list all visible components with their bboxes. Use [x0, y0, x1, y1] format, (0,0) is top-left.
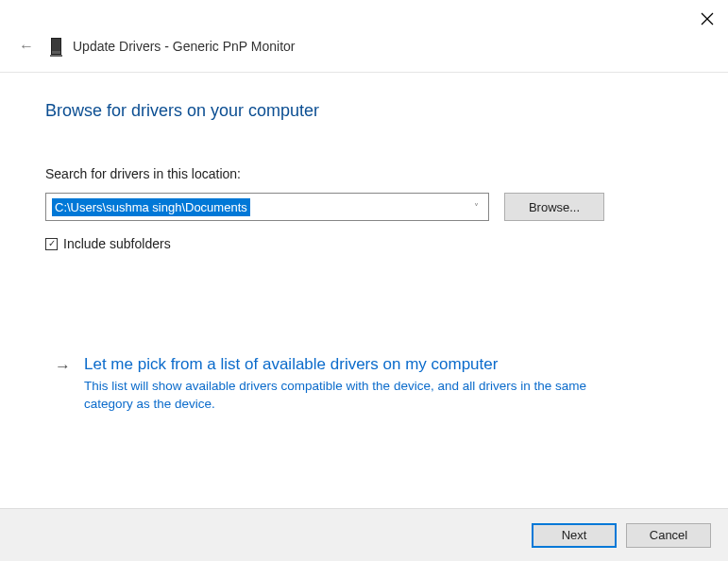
page-title: Browse for drivers on your computer	[45, 101, 683, 121]
browse-button[interactable]: Browse...	[504, 193, 604, 221]
wizard-footer: Next Cancel	[0, 508, 728, 561]
wizard-header: ← Update Drivers - Generic PnP Monitor	[0, 34, 728, 73]
close-icon	[701, 12, 714, 26]
include-subfolders-checkbox[interactable]: ✓	[45, 238, 58, 250]
title-bar	[0, 0, 728, 34]
include-subfolders-label: Include subfolders	[63, 236, 171, 251]
chevron-down-icon[interactable]: ˅	[474, 202, 479, 212]
path-combobox[interactable]: C:\Users\sushma singh\Documents ˅	[45, 193, 489, 221]
page-body: Browse for drivers on your computer Sear…	[0, 73, 728, 414]
monitor-icon	[51, 38, 61, 55]
path-value: C:\Users\sushma singh\Documents	[52, 198, 250, 216]
path-row: C:\Users\sushma singh\Documents ˅ Browse…	[45, 193, 683, 221]
option-text: Let me pick from a list of available dri…	[84, 355, 632, 414]
pick-from-list-option[interactable]: → Let me pick from a list of available d…	[45, 355, 683, 414]
next-button[interactable]: Next	[532, 523, 617, 548]
option-description: This list will show available drivers co…	[84, 378, 632, 414]
back-arrow-icon[interactable]: ←	[19, 39, 34, 54]
include-subfolders-row: ✓ Include subfolders	[45, 236, 683, 251]
window-title: Update Drivers - Generic PnP Monitor	[73, 39, 296, 54]
close-button[interactable]	[698, 9, 717, 28]
cancel-button[interactable]: Cancel	[626, 523, 711, 548]
arrow-right-icon: →	[55, 355, 71, 414]
search-location-label: Search for drivers in this location:	[45, 166, 683, 181]
option-title: Let me pick from a list of available dri…	[84, 355, 632, 374]
